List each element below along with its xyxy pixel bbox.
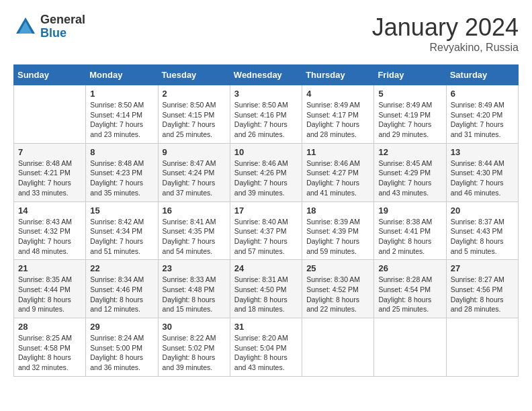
- day-number: 24: [234, 263, 298, 273]
- day-number: 8: [90, 147, 153, 157]
- day-number: 2: [163, 89, 226, 99]
- calendar-cell: 17Sunrise: 8:40 AM Sunset: 4:37 PM Dayli…: [230, 201, 302, 260]
- day-number: 31: [234, 322, 298, 332]
- day-number: 6: [451, 89, 514, 99]
- day-info: Sunrise: 8:49 AM Sunset: 4:17 PM Dayligh…: [306, 100, 369, 140]
- day-info: Sunrise: 8:40 AM Sunset: 4:37 PM Dayligh…: [234, 217, 298, 257]
- day-info: Sunrise: 8:38 AM Sunset: 4:41 PM Dayligh…: [378, 217, 441, 257]
- week-row-2: 14Sunrise: 8:43 AM Sunset: 4:32 PM Dayli…: [14, 201, 519, 260]
- day-info: Sunrise: 8:48 AM Sunset: 4:21 PM Dayligh…: [18, 158, 81, 198]
- calendar-cell: 22Sunrise: 8:34 AM Sunset: 4:46 PM Dayli…: [86, 260, 158, 318]
- day-info: Sunrise: 8:49 AM Sunset: 4:20 PM Dayligh…: [451, 100, 514, 140]
- day-number: 28: [18, 322, 81, 332]
- header-day-monday: Monday: [86, 65, 158, 85]
- day-info: Sunrise: 8:24 AM Sunset: 5:00 PM Dayligh…: [90, 333, 153, 373]
- calendar-cell: 13Sunrise: 8:44 AM Sunset: 4:30 PM Dayli…: [446, 143, 518, 201]
- day-number: 3: [234, 89, 298, 99]
- calendar-cell: 14Sunrise: 8:43 AM Sunset: 4:32 PM Dayli…: [14, 201, 86, 260]
- calendar-cell: [14, 85, 86, 144]
- day-info: Sunrise: 8:42 AM Sunset: 4:34 PM Dayligh…: [90, 217, 153, 257]
- header-day-tuesday: Tuesday: [158, 65, 230, 85]
- week-row-4: 28Sunrise: 8:25 AM Sunset: 4:58 PM Dayli…: [14, 318, 519, 377]
- header-day-thursday: Thursday: [302, 65, 374, 85]
- day-number: 15: [90, 205, 153, 216]
- calendar-cell: 30Sunrise: 8:22 AM Sunset: 5:02 PM Dayli…: [158, 318, 230, 377]
- day-number: 26: [378, 263, 441, 273]
- calendar-cell: 9Sunrise: 8:47 AM Sunset: 4:24 PM Daylig…: [158, 143, 230, 201]
- calendar-cell: 23Sunrise: 8:33 AM Sunset: 4:48 PM Dayli…: [158, 260, 230, 318]
- day-info: Sunrise: 8:44 AM Sunset: 4:30 PM Dayligh…: [451, 158, 514, 198]
- day-number: 17: [234, 205, 298, 216]
- header-day-friday: Friday: [374, 65, 446, 85]
- calendar-cell: [446, 318, 518, 377]
- calendar-cell: 31Sunrise: 8:20 AM Sunset: 5:04 PM Dayli…: [230, 318, 302, 377]
- calendar-cell: 3Sunrise: 8:50 AM Sunset: 4:16 PM Daylig…: [230, 85, 302, 144]
- day-info: Sunrise: 8:33 AM Sunset: 4:48 PM Dayligh…: [163, 275, 226, 314]
- day-number: 9: [163, 147, 226, 157]
- calendar-cell: 10Sunrise: 8:46 AM Sunset: 4:26 PM Dayli…: [230, 143, 302, 201]
- logo-text: General Blue: [40, 13, 85, 40]
- header-day-saturday: Saturday: [446, 65, 518, 85]
- day-info: Sunrise: 8:25 AM Sunset: 4:58 PM Dayligh…: [18, 333, 81, 373]
- day-number: 5: [378, 89, 441, 99]
- day-info: Sunrise: 8:22 AM Sunset: 5:02 PM Dayligh…: [163, 333, 226, 373]
- day-info: Sunrise: 8:37 AM Sunset: 4:43 PM Dayligh…: [451, 217, 514, 257]
- day-number: 11: [306, 147, 369, 157]
- day-number: 4: [306, 89, 369, 99]
- day-info: Sunrise: 8:34 AM Sunset: 4:46 PM Dayligh…: [90, 275, 153, 314]
- day-number: 29: [90, 322, 153, 332]
- day-number: 27: [451, 263, 514, 273]
- header-row: SundayMondayTuesdayWednesdayThursdayFrid…: [14, 65, 519, 85]
- calendar-cell: 19Sunrise: 8:38 AM Sunset: 4:41 PM Dayli…: [374, 201, 446, 260]
- day-number: 1: [90, 89, 153, 99]
- calendar-cell: 28Sunrise: 8:25 AM Sunset: 4:58 PM Dayli…: [14, 318, 86, 377]
- calendar-cell: 7Sunrise: 8:48 AM Sunset: 4:21 PM Daylig…: [14, 143, 86, 201]
- calendar-cell: 24Sunrise: 8:31 AM Sunset: 4:50 PM Dayli…: [230, 260, 302, 318]
- calendar-cell: 21Sunrise: 8:35 AM Sunset: 4:44 PM Dayli…: [14, 260, 86, 318]
- day-info: Sunrise: 8:50 AM Sunset: 4:15 PM Dayligh…: [163, 100, 226, 140]
- day-number: 18: [306, 205, 369, 216]
- day-number: 7: [18, 147, 81, 157]
- week-row-0: 1Sunrise: 8:50 AM Sunset: 4:14 PM Daylig…: [14, 85, 519, 144]
- day-info: Sunrise: 8:46 AM Sunset: 4:26 PM Dayligh…: [234, 158, 298, 198]
- logo: General Blue: [13, 13, 85, 40]
- day-info: Sunrise: 8:28 AM Sunset: 4:54 PM Dayligh…: [378, 275, 441, 314]
- day-number: 30: [163, 322, 226, 332]
- day-number: 25: [306, 263, 369, 273]
- logo-icon: [13, 15, 38, 39]
- calendar-cell: 6Sunrise: 8:49 AM Sunset: 4:20 PM Daylig…: [446, 85, 518, 144]
- day-info: Sunrise: 8:20 AM Sunset: 5:04 PM Dayligh…: [234, 333, 298, 373]
- page-header: General Blue January 2024 Revyakino, Rus…: [13, 13, 519, 54]
- day-info: Sunrise: 8:47 AM Sunset: 4:24 PM Dayligh…: [163, 158, 226, 198]
- day-number: 20: [451, 205, 514, 216]
- day-number: 16: [163, 205, 226, 216]
- week-row-3: 21Sunrise: 8:35 AM Sunset: 4:44 PM Dayli…: [14, 260, 519, 318]
- day-info: Sunrise: 8:31 AM Sunset: 4:50 PM Dayligh…: [234, 275, 298, 314]
- calendar-cell: 8Sunrise: 8:48 AM Sunset: 4:23 PM Daylig…: [86, 143, 158, 201]
- calendar-cell: 11Sunrise: 8:46 AM Sunset: 4:27 PM Dayli…: [302, 143, 374, 201]
- day-number: 12: [378, 147, 441, 157]
- calendar-cell: 15Sunrise: 8:42 AM Sunset: 4:34 PM Dayli…: [86, 201, 158, 260]
- calendar-cell: 20Sunrise: 8:37 AM Sunset: 4:43 PM Dayli…: [446, 201, 518, 260]
- day-info: Sunrise: 8:30 AM Sunset: 4:52 PM Dayligh…: [306, 275, 369, 314]
- day-number: 10: [234, 147, 298, 157]
- calendar-table: SundayMondayTuesdayWednesdayThursdayFrid…: [13, 64, 519, 377]
- calendar-cell: [302, 318, 374, 377]
- day-info: Sunrise: 8:43 AM Sunset: 4:32 PM Dayligh…: [18, 217, 81, 257]
- calendar-cell: 5Sunrise: 8:49 AM Sunset: 4:19 PM Daylig…: [374, 85, 446, 144]
- calendar-cell: 1Sunrise: 8:50 AM Sunset: 4:14 PM Daylig…: [86, 85, 158, 144]
- day-info: Sunrise: 8:50 AM Sunset: 4:16 PM Dayligh…: [234, 100, 298, 140]
- day-info: Sunrise: 8:45 AM Sunset: 4:29 PM Dayligh…: [378, 158, 441, 198]
- calendar-cell: 26Sunrise: 8:28 AM Sunset: 4:54 PM Dayli…: [374, 260, 446, 318]
- calendar-cell: 25Sunrise: 8:30 AM Sunset: 4:52 PM Dayli…: [302, 260, 374, 318]
- day-number: 23: [163, 263, 226, 273]
- day-info: Sunrise: 8:49 AM Sunset: 4:19 PM Dayligh…: [378, 100, 441, 140]
- location-subtitle: Revyakino, Russia: [372, 42, 519, 54]
- week-row-1: 7Sunrise: 8:48 AM Sunset: 4:21 PM Daylig…: [14, 143, 519, 201]
- calendar-cell: 29Sunrise: 8:24 AM Sunset: 5:00 PM Dayli…: [86, 318, 158, 377]
- logo-blue: Blue: [40, 27, 85, 40]
- calendar-cell: 18Sunrise: 8:39 AM Sunset: 4:39 PM Dayli…: [302, 201, 374, 260]
- day-info: Sunrise: 8:39 AM Sunset: 4:39 PM Dayligh…: [306, 217, 369, 257]
- day-info: Sunrise: 8:27 AM Sunset: 4:56 PM Dayligh…: [451, 275, 514, 314]
- calendar-cell: 2Sunrise: 8:50 AM Sunset: 4:15 PM Daylig…: [158, 85, 230, 144]
